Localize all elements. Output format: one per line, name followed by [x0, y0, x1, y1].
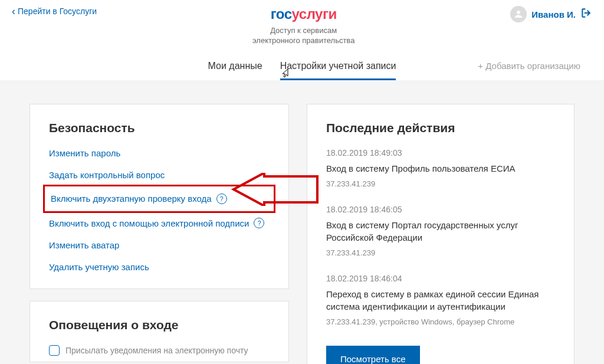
help-icon[interactable]: ?: [216, 194, 227, 204]
login-notifications-panel: Оповещения о входе Присылать уведомления…: [29, 301, 289, 362]
logout-icon[interactable]: [580, 7, 592, 21]
recent-activity-title: Последние действия: [326, 121, 555, 135]
view-all-button[interactable]: Посмотреть все: [326, 346, 420, 364]
enable-2fa-link[interactable]: Включить двухэтапную проверку входа ?: [51, 194, 227, 204]
activity-meta: 37.233.41.239: [326, 179, 555, 188]
activity-date: 18.02.2019 18:46:05: [326, 205, 555, 214]
activity-date: 18.02.2019 18:46:04: [326, 274, 555, 283]
activity-item: 18.02.2019 18:46:05 Вход в систему Порта…: [326, 205, 555, 257]
header: Перейти в Госуслуги госуслуги Доступ к с…: [0, 0, 604, 80]
security-title: Безопасность: [49, 121, 270, 135]
email-notifications-checkbox[interactable]: [49, 345, 60, 356]
set-security-question-link[interactable]: Задать контрольный вопрос: [49, 170, 165, 180]
activity-description: Вход в систему Портал государственных ус…: [326, 219, 555, 244]
tabs: Мои данные Настройки учетной записи + До…: [12, 61, 592, 80]
delete-account-link[interactable]: Удалить учетную запись: [49, 262, 149, 272]
change-avatar-link[interactable]: Изменить аватар: [49, 240, 119, 250]
add-organization-link[interactable]: + Добавить организацию: [478, 61, 580, 71]
user-block: Иванов И.: [510, 6, 592, 22]
highlight-annotation: Включить двухэтапную проверку входа ?: [43, 185, 275, 214]
help-icon[interactable]: ?: [254, 218, 264, 228]
enable-signature-login-link[interactable]: Включить вход с помощью электронной подп…: [49, 218, 264, 228]
recent-activity-panel: Последние действия 18.02.2019 18:49:03 В…: [307, 104, 575, 364]
tab-account-settings[interactable]: Настройки учетной записи: [280, 61, 396, 80]
activity-meta: 37.233.41.239: [326, 248, 555, 257]
activity-date: 18.02.2019 18:49:03: [326, 148, 555, 158]
avatar-icon: [510, 6, 527, 22]
activity-item: 18.02.2019 18:49:03 Вход в систему Профи…: [326, 148, 555, 188]
security-panel: Безопасность Изменить пароль Задать конт…: [29, 104, 289, 290]
header-subtitle: Доступ к сервисам электронного правитель…: [97, 26, 510, 46]
logo: госуслуги: [97, 6, 510, 22]
activity-description: Вход в систему Профиль пользователя ЕСИА: [326, 162, 555, 175]
change-password-link[interactable]: Изменить пароль: [49, 148, 120, 158]
tab-my-data[interactable]: Мои данные: [208, 61, 262, 80]
activity-meta: 37.233.41.239, устройство Windows, брауз…: [326, 317, 555, 326]
user-name[interactable]: Иванов И.: [531, 9, 576, 19]
checkbox-label: Присылать уведомления на электронную поч…: [65, 346, 248, 355]
activity-description: Переход в систему в рамках единой сессии…: [326, 288, 555, 313]
back-to-gosuslugi-link[interactable]: Перейти в Госуслуги: [12, 6, 97, 17]
notifications-title: Оповещения о входе: [49, 318, 270, 332]
activity-item: 18.02.2019 18:46:04 Переход в систему в …: [326, 274, 555, 326]
